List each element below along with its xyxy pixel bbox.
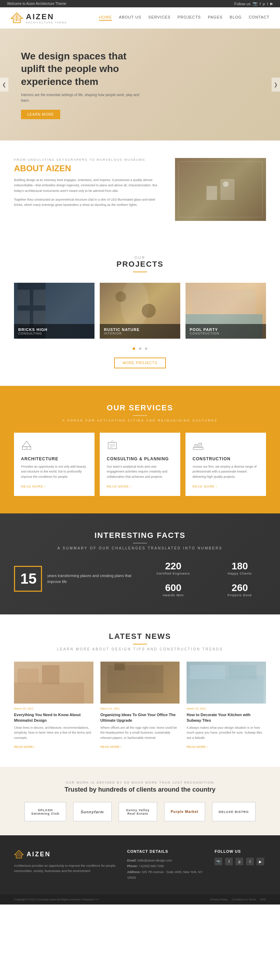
hero-prev-button[interactable]: ❮ (0, 78, 8, 92)
more-projects-button[interactable]: MORE PROJECTS (114, 358, 166, 368)
dot-2[interactable] (139, 347, 141, 350)
footer-contact-heading: CONTACT DETAILS (127, 849, 204, 853)
clients-section: OUR WORK IS DEFINED BY SO MUCH MORE THAN… (0, 767, 280, 835)
svg-rect-3 (206, 186, 217, 200)
footer-desc: Architecture provides an opportunity to … (14, 863, 117, 874)
pinterest-icon[interactable]: p (263, 2, 265, 6)
stat-num-2: 180 (213, 561, 266, 572)
facts-big-text: years transforming places and creating p… (47, 573, 133, 585)
news-img-1 (14, 662, 93, 703)
twitter-icon[interactable]: t (267, 2, 268, 6)
stat-num-3: 600 (147, 582, 200, 593)
footer-grid: AIZEN Architecture provides an opportuni… (14, 849, 266, 880)
news-date-2: March 22, 2021 (101, 707, 180, 710)
nav-services[interactable]: SERVICES (149, 15, 170, 21)
service-card-3: CONSTRUCTION Across our firm, we employ … (186, 433, 266, 496)
service-name-1: ARCHITECTURE (21, 457, 88, 461)
nav-contact[interactable]: CONTACT (249, 15, 269, 21)
services-header: OUR SERVICES A FORCE FOR ACTIVATING CITI… (14, 403, 266, 422)
news-divider (133, 644, 147, 644)
dot-3[interactable] (145, 347, 147, 350)
stat-label-4: Projects Done (213, 593, 266, 597)
project-card-2[interactable]: RUSTIC NATURE INTERIOR (100, 283, 180, 339)
news-img-2-art (101, 662, 180, 703)
services-grid: ARCHITECTURE Provides an opportunity to … (14, 433, 266, 496)
footer-youtube-icon[interactable]: ▶ (256, 858, 264, 865)
footer-twitter-icon[interactable]: t (246, 858, 254, 865)
news-img-1-art (14, 662, 93, 703)
svg-rect-20 (108, 442, 117, 449)
footer-link-terms[interactable]: Conditions & Terms (232, 898, 256, 901)
footer-instagram-icon[interactable]: 📷 (214, 858, 222, 865)
facts-content: 15 years transforming places and creatin… (14, 561, 266, 597)
nav-projects[interactable]: PROJECTS (178, 15, 201, 21)
news-more-3[interactable]: READ MORE › (187, 745, 208, 749)
stat-1: 220 Certified Engineers (147, 561, 200, 575)
services-title: OUR SERVICES (14, 403, 266, 412)
footer-links: Privacy Policy Conditions & Terms AXD (210, 898, 266, 901)
logo-sub: ARCHITECTURE THEME (26, 21, 67, 24)
svg-rect-34 (114, 663, 125, 670)
service-more-2[interactable]: READ MORE › (107, 485, 131, 488)
service-desc-3: Across our firm, we employ a diverse ran… (192, 464, 259, 479)
facts-divider (133, 543, 147, 544)
project-type-3: CONSTRUCTION (190, 332, 262, 335)
project-type-1: CONSULTING (18, 332, 90, 335)
news-card-3: March 15, 2021 How to Decorate Your Kitc… (187, 662, 266, 749)
service-name-2: CONSULTING & PLANNING (107, 457, 173, 461)
news-title-2: Organizing Ideas To Give Your Office The… (101, 712, 180, 723)
news-date-1: March 25, 2021 (14, 707, 93, 710)
footer-social-heading: FOLLOW US (214, 849, 266, 853)
footer-facebook-icon[interactable]: f (225, 858, 233, 865)
news-card-2: March 22, 2021 Organizing Ideas To Give … (101, 662, 180, 749)
news-img-placeholder-1 (14, 662, 93, 703)
facts-title: INTERESTING FACTS (14, 531, 266, 540)
stat-num-4: 260 (213, 582, 266, 593)
logo-name: AIZEN (26, 12, 67, 21)
facts-section: INTERESTING FACTS A SUMMARY OF OUR CHALL… (0, 514, 280, 614)
project-card-1[interactable]: BRICKS HIGH CONSULTING (14, 283, 94, 339)
service-more-3[interactable]: READ MORE › (192, 485, 218, 488)
footer-logo-name: AIZEN (27, 851, 51, 858)
nav-blog[interactable]: BLOG (230, 15, 242, 21)
svg-rect-36 (187, 676, 264, 703)
news-section: LATEST NEWS LEARN MORE ABOUT DESIGN TIPS… (0, 614, 280, 767)
clients-logos: SPLASHSwimming Club Sunnyfarm Sunny Vall… (14, 802, 266, 821)
facebook-icon[interactable]: f (260, 2, 261, 6)
youtube-icon[interactable]: ▶ (270, 2, 273, 6)
about-title: ABOUT AIZEN (14, 164, 165, 173)
footer-link-privacy[interactable]: Privacy Policy (210, 898, 228, 901)
nav-about[interactable]: ABOUT US (119, 15, 141, 21)
footer-col-about: AIZEN Architecture provides an opportuni… (14, 849, 117, 880)
footer-link-axd[interactable]: AXD (261, 898, 266, 901)
client-5-text: DELUXE BISTRO (219, 810, 249, 814)
project-name-3: POOL PARTY (190, 328, 262, 332)
svg-rect-31 (18, 668, 38, 684)
dot-1[interactable] (133, 347, 135, 350)
hero-next-button[interactable]: ❯ (272, 78, 280, 92)
project-overlay-3: POOL PARTY CONSTRUCTION (186, 324, 266, 339)
facts-header: INTERESTING FACTS A SUMMARY OF OUR CHALL… (14, 531, 266, 550)
nav-home[interactable]: HOME (99, 15, 112, 21)
hero-cta-button[interactable]: LEARN MORE (21, 110, 60, 119)
news-more-2[interactable]: READ MORE › (101, 745, 122, 749)
services-subtitle: A FORCE FOR ACTIVATING CITIES AND REIMAG… (14, 419, 266, 422)
footer-col-contact: CONTACT DETAILS Email: hello@aizen-desig… (127, 849, 204, 880)
client-logo-3: Sunny ValleyReal Estate (118, 802, 157, 821)
nav-pages[interactable]: PAGES (208, 15, 222, 21)
hero-section: We design spaces that uplift the people … (0, 29, 280, 140)
instagram-icon[interactable]: 📷 (253, 2, 258, 6)
svg-rect-30 (14, 682, 84, 703)
footer-pinterest-icon[interactable]: p (235, 858, 243, 865)
logo[interactable]: AIZEN ARCHITECTURE THEME (11, 11, 67, 24)
svg-marker-24 (110, 441, 114, 442)
about-desc-1: Building design at its visionary best en… (14, 178, 165, 194)
news-title: LATEST NEWS (14, 632, 266, 641)
facts-big-number: 15 (14, 566, 42, 592)
news-card-1: March 25, 2021 Everything You Need to Kn… (14, 662, 93, 749)
news-more-1[interactable]: READ MORE › (14, 745, 35, 749)
service-more-1[interactable]: READ MORE › (21, 485, 46, 488)
project-card-3[interactable]: POOL PARTY CONSTRUCTION (186, 283, 266, 339)
logo-icon (11, 11, 23, 24)
footer: AIZEN Architecture provides an opportuni… (0, 835, 280, 894)
